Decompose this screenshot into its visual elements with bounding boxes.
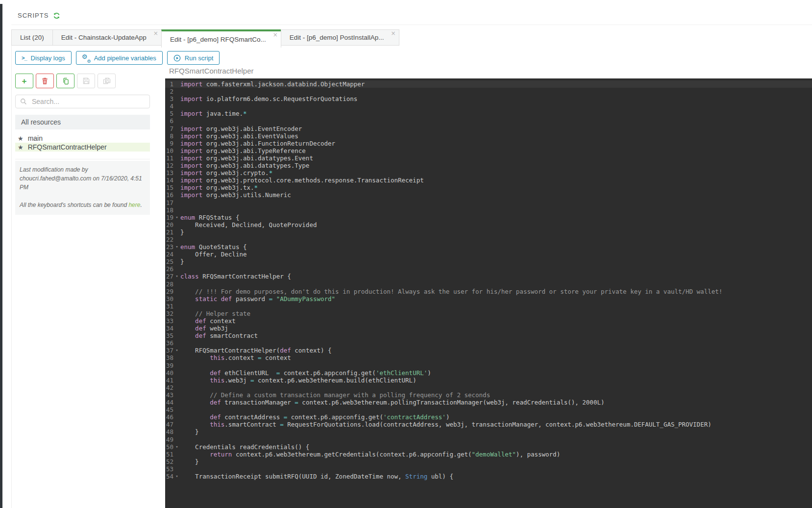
code-line[interactable]: 36 bbox=[165, 339, 812, 347]
refresh-icon[interactable] bbox=[53, 12, 60, 19]
fold-gutter bbox=[173, 177, 180, 184]
save-all-button[interactable] bbox=[98, 74, 116, 88]
code-line[interactable]: 16import org.web3j.utils.Numeric bbox=[165, 191, 812, 199]
code-line[interactable]: 37▾ RFQSmartContractHelper(def context) … bbox=[165, 347, 812, 354]
code-line[interactable]: 52 } bbox=[165, 458, 812, 465]
code-line[interactable]: 26 bbox=[165, 265, 812, 273]
code-line[interactable]: 4 bbox=[165, 102, 812, 110]
tab-close-icon[interactable]: × bbox=[391, 30, 396, 36]
code-line[interactable]: 14import org.web3j.protocol.core.methods… bbox=[165, 177, 812, 184]
code-line[interactable]: 1import com.fasterxml.jackson.databind.O… bbox=[165, 80, 812, 88]
resource-item-rfqsmartcontracthelper[interactable]: ★ RFQSmartContractHelper bbox=[15, 143, 150, 152]
code-line[interactable]: 15import org.web3j.tx.* bbox=[165, 184, 812, 191]
code-text: } bbox=[180, 229, 812, 236]
fold-caret-icon[interactable]: ▾ bbox=[173, 243, 180, 251]
code-line[interactable]: 43 // Define a custom transaction manage… bbox=[165, 391, 812, 399]
code-line[interactable]: 34 def web3j bbox=[165, 325, 812, 332]
code-line[interactable]: 45 bbox=[165, 406, 812, 413]
code-text bbox=[180, 303, 812, 310]
fold-gutter bbox=[173, 162, 180, 169]
code-line[interactable]: 29 // !!! For demo purposes, don't do th… bbox=[165, 288, 812, 295]
fold-caret-icon[interactable]: ▾ bbox=[173, 214, 180, 221]
code-line[interactable]: 41 this.web3j = context.p6.web3ethereum.… bbox=[165, 377, 812, 384]
code-text: import org.web3j.abi.datatypes.Event bbox=[180, 154, 812, 162]
display-logs-button[interactable]: >_ Display logs bbox=[15, 51, 72, 65]
code-line[interactable]: 51 return context.p6.web3ethereum.getCre… bbox=[165, 451, 812, 458]
code-line[interactable]: 17 bbox=[165, 199, 812, 206]
code-line[interactable]: 19▾enum RFQStatus { bbox=[165, 214, 812, 221]
code-line[interactable]: 23▾enum QuoteStatus { bbox=[165, 243, 812, 251]
save-script-button[interactable] bbox=[77, 74, 95, 88]
fold-gutter bbox=[173, 251, 180, 258]
code-line[interactable]: 39 bbox=[165, 362, 812, 369]
code-line[interactable]: 27▾class RFQSmartContractHelper { bbox=[165, 273, 812, 280]
code-line[interactable]: 10import org.web3j.abi.TypeReference bbox=[165, 147, 812, 154]
code-line[interactable]: 8import org.web3j.abi.EventValues bbox=[165, 132, 812, 140]
code-line[interactable]: 2 bbox=[165, 88, 812, 95]
code-line[interactable]: 22 bbox=[165, 236, 812, 243]
code-line[interactable]: 24 Offer, Decline bbox=[165, 251, 812, 258]
tab-edit-rfqsmartcontracthelper[interactable]: Edit - [p6_demo] RFQSmartCo... × bbox=[161, 29, 281, 48]
line-number: 32 bbox=[165, 310, 173, 317]
code-text bbox=[180, 280, 812, 288]
code-line[interactable]: 21} bbox=[165, 229, 812, 236]
fold-gutter bbox=[173, 169, 180, 177]
code-line[interactable]: 33 def context bbox=[165, 317, 812, 325]
fold-caret-icon[interactable]: ▾ bbox=[173, 443, 180, 451]
code-line[interactable]: 28 bbox=[165, 280, 812, 288]
fold-caret-icon[interactable]: ▾ bbox=[173, 473, 180, 480]
code-text bbox=[180, 88, 812, 95]
fold-gutter bbox=[173, 95, 180, 102]
add-script-button[interactable]: + bbox=[15, 74, 33, 88]
tab-close-icon[interactable]: × bbox=[153, 30, 158, 36]
code-editor[interactable]: 1import com.fasterxml.jackson.databind.O… bbox=[165, 78, 812, 508]
tab-list[interactable]: List (20) bbox=[11, 29, 53, 46]
code-line[interactable]: 48 } bbox=[165, 428, 812, 435]
code-text bbox=[180, 465, 812, 473]
code-line[interactable]: 9import org.web3j.abi.FunctionReturnDeco… bbox=[165, 140, 812, 147]
code-line[interactable]: 13import org.web3j.crypto.* bbox=[165, 169, 812, 177]
fold-gutter bbox=[173, 280, 180, 288]
code-line[interactable]: 40 def ethClientURL = context.p6.appconf… bbox=[165, 369, 812, 377]
code-line[interactable]: 18 bbox=[165, 206, 812, 214]
fold-caret-icon[interactable]: ▾ bbox=[173, 347, 180, 354]
tab-close-icon[interactable]: × bbox=[273, 32, 278, 38]
code-line[interactable]: 53 bbox=[165, 465, 812, 473]
code-line[interactable]: 42 bbox=[165, 384, 812, 391]
code-line[interactable]: 25} bbox=[165, 258, 812, 265]
code-line[interactable]: 47 this.smartContract = RequestForQuotat… bbox=[165, 421, 812, 428]
add-pipeline-variables-button[interactable]: ⚙ ⚙ Add pipeline variables bbox=[76, 51, 163, 65]
code-line[interactable]: 38 this.context = context bbox=[165, 354, 812, 361]
plus-icon: + bbox=[22, 77, 27, 85]
line-number: 21 bbox=[165, 229, 173, 236]
duplicate-script-button[interactable] bbox=[56, 74, 74, 88]
code-line[interactable]: 50▾ Credentials readCredentials() { bbox=[165, 443, 812, 451]
code-line[interactable]: 32 // Helper state bbox=[165, 310, 812, 317]
code-line[interactable]: 49 bbox=[165, 436, 812, 443]
script-search-input[interactable] bbox=[31, 97, 145, 106]
delete-script-button[interactable] bbox=[36, 74, 54, 88]
code-line[interactable]: 35 def smartContract bbox=[165, 332, 812, 339]
code-line[interactable]: 30 static def password = "ADummyPassword… bbox=[165, 295, 812, 303]
code-text: def contractAddress = context.p6.appconf… bbox=[180, 413, 812, 421]
floppy-multi-icon bbox=[103, 77, 111, 84]
run-script-button[interactable]: Run script bbox=[167, 51, 220, 65]
fold-caret-icon[interactable]: ▾ bbox=[173, 273, 180, 280]
shortcuts-here-link[interactable]: here bbox=[128, 202, 140, 208]
code-line[interactable]: 44 def transactionManager = context.p6.w… bbox=[165, 399, 812, 406]
code-line[interactable]: 6 bbox=[165, 117, 812, 125]
code-line[interactable]: 7import org.web3j.abi.EventEncoder bbox=[165, 125, 812, 132]
resource-item-main[interactable]: ★ main bbox=[15, 134, 150, 143]
code-line[interactable]: 11import org.web3j.abi.datatypes.Event bbox=[165, 154, 812, 162]
code-line[interactable]: 12import org.web3j.abi.datatypes.Type bbox=[165, 162, 812, 169]
tab-edit-chainstack-updateapp[interactable]: Edit - Chainstack-UpdateApp × bbox=[52, 29, 162, 46]
code-line[interactable]: 54▾ TransactionReceipt submitRFQ(UUID id… bbox=[165, 473, 812, 480]
code-line[interactable]: 31 bbox=[165, 303, 812, 310]
tab-edit-postinstallapp[interactable]: Edit - [p6_demo] PostInstallAp... × bbox=[281, 29, 399, 46]
code-line[interactable]: 3import io.platform6.demo.sc.RequestForQ… bbox=[165, 95, 812, 102]
code-line[interactable]: 46 def contractAddress = context.p6.appc… bbox=[165, 413, 812, 421]
code-line[interactable]: 5import java.time.* bbox=[165, 110, 812, 117]
code-line[interactable]: 20 Received, Declined, QuoteProvided bbox=[165, 221, 812, 229]
line-number: 11 bbox=[165, 154, 173, 162]
fold-gutter bbox=[173, 236, 180, 243]
